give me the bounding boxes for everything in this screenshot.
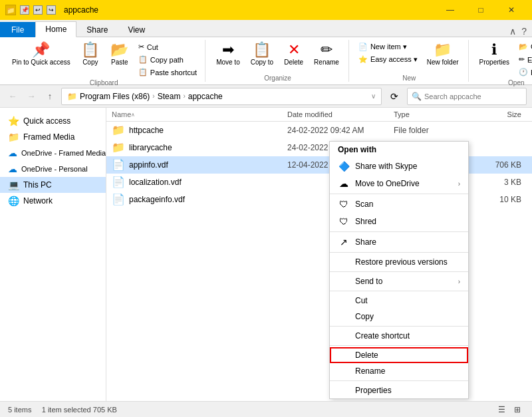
file-name-cell: 📄 localization.vdf <box>112 176 287 188</box>
ctx-icon: ☁ <box>338 178 350 189</box>
tab-share[interactable]: Share <box>76 22 118 37</box>
paste-shortcut-icon: 📋 <box>138 68 148 76</box>
move-label: Move to <box>216 59 240 67</box>
move-to-button[interactable]: ➡ Move to <box>212 41 244 68</box>
ribbon-collapse-icon[interactable]: ∧ <box>509 26 516 37</box>
search-input[interactable] <box>424 92 522 100</box>
tab-view[interactable]: View <box>118 22 155 37</box>
address-path[interactable]: 📁 Program Files (x86) › Steam › appcache… <box>61 88 382 105</box>
ctx-item[interactable]: Properties <box>330 382 468 398</box>
rename-button[interactable]: ✏ Rename <box>310 41 343 68</box>
ctx-item[interactable]: ☁Move to OneDrive› <box>330 175 468 192</box>
col-header-name[interactable]: Name ∧ <box>112 110 287 118</box>
sidebar-item-quick-access[interactable]: ⭐ Quick access <box>0 113 106 129</box>
maximize-button[interactable]: □ <box>466 0 496 20</box>
ctx-item[interactable]: 🔷Share with Skype <box>330 158 468 175</box>
copy-button[interactable]: 📋 Copy <box>77 41 104 68</box>
file-icon: 📄 <box>112 193 125 206</box>
large-icons-view-button[interactable]: ⊞ <box>511 403 524 416</box>
quick-access-icon: ⭐ <box>8 116 19 126</box>
sidebar-label-framed-media: Framed Media <box>23 132 74 142</box>
ctx-item[interactable]: Send to› <box>330 273 468 289</box>
ctx-delete-item[interactable]: Delete <box>330 347 468 363</box>
ctx-section-label: Open with <box>330 142 468 158</box>
copy-path-label: Copy path <box>150 56 184 64</box>
copy-to-label: Copy to <box>251 59 273 67</box>
search-box[interactable]: 🔍 <box>407 88 527 105</box>
rename-label: Rename <box>314 59 339 67</box>
forward-button[interactable]: → <box>24 89 39 104</box>
edit-button[interactable]: ✏ Edit <box>516 54 532 65</box>
ctx-item[interactable]: ↗Share <box>330 233 468 251</box>
ctx-item[interactable]: Restore previous versions <box>330 254 468 270</box>
col-header-type[interactable]: Type <box>394 110 473 118</box>
path-part-2[interactable]: Steam <box>158 92 181 101</box>
minimize-button[interactable]: — <box>435 0 466 20</box>
ctx-label: Move to OneDrive <box>355 179 420 188</box>
new-item-button[interactable]: 📄 New item ▾ <box>356 41 420 53</box>
address-bar: ← → ↑ 📁 Program Files (x86) › Steam › ap… <box>0 85 532 108</box>
copy-to-button[interactable]: 📋 Copy to <box>247 41 277 68</box>
ctx-item[interactable]: Copy <box>330 309 468 325</box>
open-button[interactable]: 📂 Open ▾ <box>516 41 532 53</box>
ctx-label: Scan <box>355 200 373 209</box>
ctx-item[interactable]: Cut <box>330 293 468 309</box>
path-part-1[interactable]: Program Files (x86) <box>80 92 150 101</box>
up-button[interactable]: ↑ <box>43 89 57 104</box>
col-header-size[interactable]: Size <box>473 110 527 118</box>
redo-btn[interactable]: ↪ <box>47 5 56 15</box>
col-header-date[interactable]: Date modified <box>287 110 394 118</box>
sidebar-label-network: Network <box>23 196 53 206</box>
copy-path-icon: 📋 <box>138 55 148 64</box>
properties-icon: ℹ <box>491 43 497 57</box>
path-dropdown-arrow[interactable]: ∨ <box>371 92 376 100</box>
file-name: appinfo.vdf <box>129 160 168 170</box>
ctx-item[interactable]: 🛡Shred <box>330 213 468 230</box>
delete-label: Delete <box>284 59 303 67</box>
table-row[interactable]: 📁 httpcache 24-02-2022 09:42 AM File fol… <box>106 122 532 139</box>
paste-shortcut-label: Paste shortcut <box>150 69 197 76</box>
cut-button[interactable]: ✂ Cut <box>136 41 200 53</box>
ctx-divider <box>330 380 468 381</box>
history-icon: 🕐 <box>519 68 528 76</box>
new-folder-icon: 📁 <box>434 43 452 57</box>
undo-btn[interactable]: ↩ <box>33 5 43 15</box>
cut-icon: ✂ <box>138 43 144 51</box>
tab-file[interactable]: File <box>0 22 35 37</box>
quick-access-btn[interactable]: 📌 <box>20 5 29 15</box>
title-bar-text: appcache <box>64 5 98 15</box>
ctx-item[interactable]: Rename <box>330 363 468 379</box>
paste-shortcut-button[interactable]: 📋 Paste shortcut <box>136 67 200 78</box>
sidebar-label-onedrive-personal: OneDrive - Personal <box>21 165 88 173</box>
sidebar-item-onedrive-framed[interactable]: ☁ OneDrive - Framed Media <box>0 145 106 161</box>
sidebar-item-framed-media[interactable]: 📁 Framed Media <box>0 129 106 145</box>
file-name-cell: 📄 appinfo.vdf <box>112 158 287 171</box>
sidebar-item-onedrive-personal[interactable]: ☁ OneDrive - Personal <box>0 161 106 177</box>
sidebar-item-network[interactable]: 🌐 Network <box>0 193 106 209</box>
path-part-3[interactable]: appcache <box>188 92 223 101</box>
tab-home[interactable]: Home <box>35 21 76 37</box>
details-view-button[interactable]: ☰ <box>495 403 508 416</box>
sidebar-label-quick-access: Quick access <box>23 116 70 126</box>
delete-button[interactable]: ✕ Delete <box>280 41 307 68</box>
ctx-item[interactable]: Create shortcut <box>330 328 468 344</box>
close-button[interactable]: ✕ <box>496 0 527 20</box>
ctx-item[interactable]: 🛡Scan <box>330 196 468 213</box>
ctx-divider <box>330 252 468 253</box>
help-icon[interactable]: ? <box>521 26 527 37</box>
paste-button[interactable]: 📂 Paste <box>106 41 133 68</box>
file-name: httpcache <box>129 126 164 135</box>
history-button[interactable]: 🕐 History <box>516 67 532 78</box>
new-folder-button[interactable]: 📁 New folder <box>423 41 463 68</box>
ribbon-group-new: 📄 New item ▾ ⭐ Easy access ▾ 📁 New folde… <box>350 40 469 82</box>
sidebar-item-this-pc[interactable]: 💻 This PC <box>0 177 106 193</box>
file-type: File folder <box>394 126 473 135</box>
properties-button[interactable]: ℹ Properties <box>475 41 514 68</box>
clipboard-items: 📌 Pin to Quick access 📋 Copy 📂 Paste ✂ C… <box>8 40 200 78</box>
back-button[interactable]: ← <box>5 89 20 104</box>
easy-access-button[interactable]: ⭐ Easy access ▾ <box>356 54 420 65</box>
ctx-label: Share with Skype <box>355 162 417 171</box>
pin-to-quick-access-button[interactable]: 📌 Pin to Quick access <box>8 41 74 68</box>
refresh-button[interactable]: ⟳ <box>386 88 403 105</box>
copy-path-button[interactable]: 📋 Copy path <box>136 54 200 65</box>
